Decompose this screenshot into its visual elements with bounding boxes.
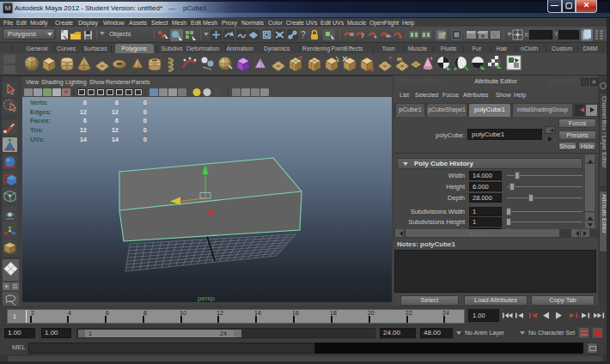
svg-text:?: ?: [301, 30, 306, 39]
svg-text:0: 0: [143, 117, 147, 124]
svg-text:14: 14: [112, 136, 119, 143]
svg-text:persp: persp: [198, 294, 216, 302]
svg-text:UVs:: UVs:: [30, 136, 45, 143]
svg-text:8: 8: [115, 99, 119, 106]
svg-text:Edges:: Edges:: [30, 108, 52, 116]
svg-text:0: 0: [143, 136, 147, 143]
svg-text:6: 6: [115, 117, 119, 124]
svg-text:0: 0: [143, 108, 147, 116]
svg-text:12: 12: [80, 126, 87, 134]
svg-text:8: 8: [83, 99, 87, 106]
svg-text:6: 6: [83, 117, 87, 124]
svg-text:0: 0: [143, 126, 147, 134]
svg-text:12: 12: [112, 108, 119, 116]
svg-text:Tris:: Tris:: [30, 126, 44, 134]
svg-text:Faces:: Faces:: [30, 117, 51, 124]
svg-text:Verts:: Verts:: [30, 99, 48, 106]
svg-text:12: 12: [112, 126, 119, 134]
svg-text:0: 0: [143, 99, 147, 106]
svg-text:14: 14: [80, 136, 88, 143]
svg-text:12: 12: [80, 108, 87, 116]
